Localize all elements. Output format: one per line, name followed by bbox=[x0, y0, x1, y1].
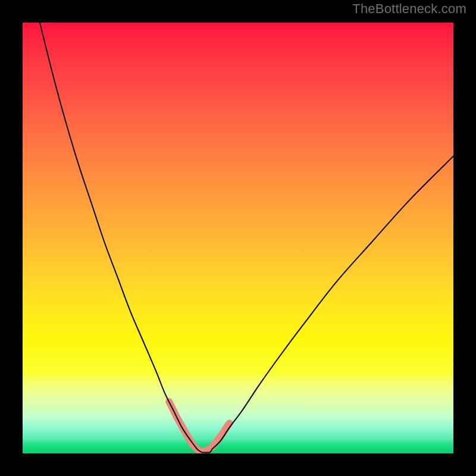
chart-stage: TheBottleneck.com bbox=[0, 0, 476, 476]
curve-left-branch bbox=[40, 23, 197, 449]
curve-right-branch bbox=[212, 156, 453, 449]
plot-area bbox=[23, 23, 453, 453]
curve-layer bbox=[23, 23, 453, 453]
watermark-text: TheBottleneck.com bbox=[352, 1, 466, 17]
highlight-region bbox=[169, 402, 229, 451]
